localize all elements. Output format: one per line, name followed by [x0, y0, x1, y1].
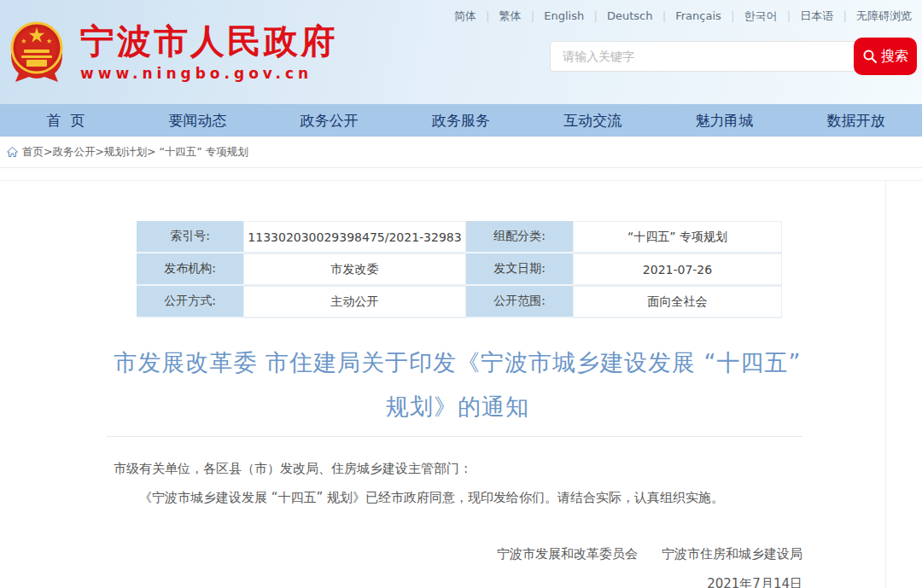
lang-korean[interactable]: 한국어: [744, 9, 801, 22]
lang-french[interactable]: Français: [675, 9, 744, 22]
breadcrumb: 首页>政务公开>规划计划> “十四五” 专项规划: [0, 137, 922, 168]
meta-value-disclosure-method: 主动公开: [243, 286, 466, 318]
site-url: www.ningbo.gov.cn: [80, 65, 337, 82]
meta-value-issue-date: 2021-07-26: [573, 253, 782, 286]
signature-line: 宁波市发展和改革委员会宁波市住房和城乡建设局: [0, 546, 802, 562]
lang-simplified[interactable]: 简体: [454, 9, 499, 22]
search-icon: [862, 49, 878, 64]
nav-open-data[interactable]: 数据开放: [791, 111, 922, 131]
meta-label-disclosure-method: 公开方式:: [137, 286, 243, 318]
meta-label-disclosure-scope: 公开范围:: [466, 286, 573, 318]
site-header: 宁波市人民政府 www.ningbo.gov.cn 简体繁体EnglishDeu…: [0, 0, 922, 104]
meta-label-index: 索引号:: [137, 221, 243, 253]
content-divider-right: [885, 181, 886, 588]
meta-value-disclosure-scope: 面向全社会: [573, 286, 782, 318]
national-emblem-icon: [7, 20, 67, 84]
page-title: 市发展改革委 市住建局关于印发《宁波市城乡建设发展 “十四五” 规划》的通知: [111, 341, 804, 429]
meta-label-issue-date: 发文日期:: [466, 253, 573, 286]
search-button[interactable]: 搜索: [854, 38, 917, 75]
nav-charm-city[interactable]: 魅力甬城: [658, 111, 790, 131]
language-bar: 简体繁体EnglishDeutschFrançais한국어日本语无障碍浏览: [454, 9, 912, 24]
search-button-label: 搜索: [881, 48, 908, 66]
nav-news[interactable]: 要闻动态: [131, 111, 263, 131]
home-icon: [7, 147, 18, 157]
search-area: 搜索: [550, 38, 917, 75]
body-paragraph: 《宁波市城乡建设发展 “十四五” 规划》已经市政府同意，现印发给你们。请结合实际…: [114, 483, 802, 512]
nav-interaction[interactable]: 互动交流: [527, 111, 658, 131]
nav-home[interactable]: 首 页: [0, 111, 131, 131]
table-row: 发布机构: 市发改委 发文日期: 2021-07-26: [137, 253, 782, 286]
lang-traditional[interactable]: 繁体: [499, 9, 545, 22]
salutation-line: 市级有关单位，各区县（市）发改局、住房城乡建设主管部门：: [114, 454, 802, 483]
breadcrumb-path[interactable]: 首页>政务公开>规划计划> “十四五” 专项规划: [22, 145, 248, 160]
content-divider-top: [0, 180, 922, 181]
accessibility-link[interactable]: 无障碍浏览: [856, 9, 912, 22]
nav-gov-affairs[interactable]: 政务公开: [264, 111, 395, 131]
title-divider: [107, 436, 802, 437]
nav-gov-services[interactable]: 政务服务: [395, 111, 527, 131]
lang-english[interactable]: English: [544, 9, 607, 22]
meta-value-category: “十四五” 专项规划: [573, 221, 782, 253]
meta-label-category: 组配分类:: [466, 221, 573, 253]
table-row: 索引号: 113302030029398475/2021-32983 组配分类:…: [137, 221, 782, 253]
search-input[interactable]: [550, 41, 859, 72]
main-nav: 首 页 要闻动态 政务公开 政务服务 互动交流 魅力甬城 数据开放: [0, 104, 922, 137]
lang-german[interactable]: Deutsch: [607, 9, 675, 22]
site-title: 宁波市人民政府: [80, 22, 337, 60]
document-date: 2021年7月14日: [0, 576, 802, 588]
document-body: 市级有关单位，各区县（市）发改局、住房城乡建设主管部门： 《宁波市城乡建设发展 …: [114, 454, 802, 512]
lang-japanese[interactable]: 日本语: [800, 9, 856, 22]
site-logo[interactable]: 宁波市人民政府 www.ningbo.gov.cn: [7, 20, 337, 84]
table-row: 公开方式: 主动公开 公开范围: 面向全社会: [137, 286, 782, 318]
signer-housing-urban-rural-bureau: 宁波市住房和城乡建设局: [662, 546, 802, 562]
meta-value-issuer: 市发改委: [243, 253, 466, 286]
document-meta-table: 索引号: 113302030029398475/2021-32983 组配分类:…: [137, 221, 782, 318]
signer-development-reform-commission: 宁波市发展和改革委员会: [497, 546, 638, 562]
meta-label-issuer: 发布机构:: [137, 253, 243, 286]
meta-value-index: 113302030029398475/2021-32983: [243, 221, 466, 253]
